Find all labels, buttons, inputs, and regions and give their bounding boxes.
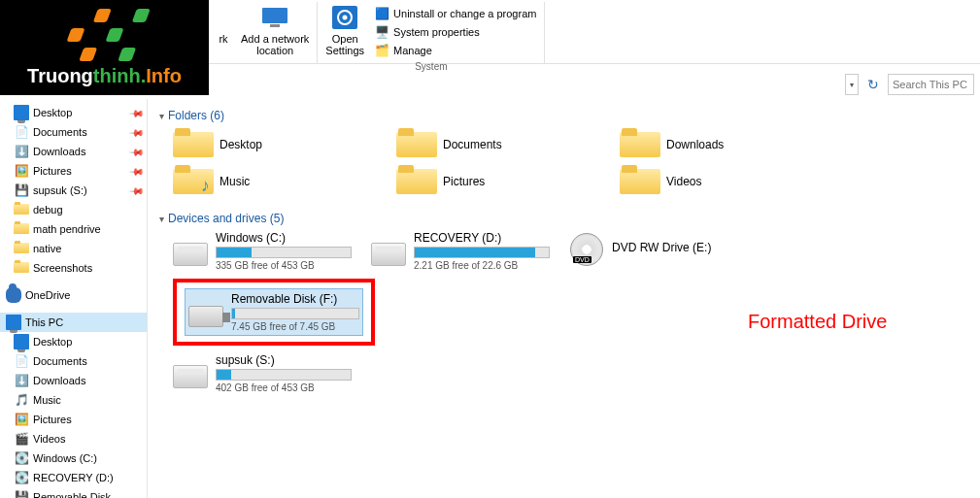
nav-item-tp-windows[interactable]: 💽Windows (C:) bbox=[0, 448, 147, 468]
drive-tile-e[interactable]: DVD DVD RW Drive (E:) bbox=[569, 231, 748, 271]
logo-overlay: Truongthinh.Info bbox=[0, 0, 209, 95]
folder-icon bbox=[620, 128, 660, 161]
drive-tile-d[interactable]: RECOVERY (D:) 2.21 GB free of 22.6 GB bbox=[371, 231, 550, 271]
nav-item-tp-music[interactable]: 🎵Music bbox=[0, 390, 147, 410]
rk-button[interactable]: rk bbox=[214, 2, 233, 47]
logo-dots bbox=[59, 9, 151, 61]
pin-icon: 📌 bbox=[129, 124, 145, 140]
nav-item-desktop[interactable]: Desktop📌 bbox=[0, 103, 147, 122]
drive-name: supsuk (S:) bbox=[216, 353, 352, 367]
label: This PC bbox=[25, 316, 63, 328]
usage-bar bbox=[414, 247, 550, 258]
nav-item-native[interactable]: native bbox=[0, 239, 147, 258]
nav-item-tp-downloads[interactable]: ⬇️Downloads bbox=[0, 371, 147, 390]
drive-free: 7.45 GB free of 7.45 GB bbox=[231, 321, 359, 332]
nav-tree[interactable]: Desktop📌 📄Documents📌 ⬇️Downloads📌 🖼️Pict… bbox=[0, 99, 148, 498]
btn-label: Open bbox=[332, 33, 358, 45]
folder-tile-documents[interactable]: Documents bbox=[396, 128, 571, 161]
pin-icon: 📌 bbox=[129, 163, 145, 179]
nav-item-debug[interactable]: debug bbox=[0, 200, 147, 219]
drive-icon bbox=[173, 353, 208, 388]
drive-free: 2.21 GB free of 22.6 GB bbox=[414, 260, 550, 271]
address-dropdown[interactable]: ▾ bbox=[845, 74, 859, 95]
music-icon: 🎵 bbox=[14, 392, 29, 408]
nav-item-supsuk[interactable]: 💾supsuk (S:)📌 bbox=[0, 181, 147, 200]
chevron-down-icon: ▾ bbox=[159, 111, 164, 121]
folder-icon bbox=[396, 128, 437, 161]
label: Downloads bbox=[666, 138, 724, 151]
folder-icon bbox=[14, 202, 29, 217]
usb-icon: 💾 bbox=[14, 183, 29, 198]
folder-tile-desktop[interactable]: Desktop bbox=[173, 128, 348, 161]
nav-item-tp-removable[interactable]: 💾Removable Disk bbox=[0, 487, 147, 498]
downloads-icon: ⬇️ bbox=[14, 144, 29, 159]
nav-item-tp-desktop[interactable]: Desktop bbox=[0, 332, 147, 351]
nav-item-this-pc[interactable]: This PC bbox=[0, 313, 147, 332]
open-settings-button[interactable]: Open Settings bbox=[323, 2, 366, 58]
nav-item-pictures[interactable]: 🖼️Pictures📌 bbox=[0, 161, 147, 181]
label: Desktop bbox=[33, 336, 72, 348]
label: System properties bbox=[393, 26, 480, 38]
manage-button[interactable]: 🗂️ Manage bbox=[372, 42, 538, 59]
nav-item-tp-recovery[interactable]: 💽RECOVERY (D:) bbox=[0, 468, 147, 487]
usage-bar bbox=[216, 247, 352, 258]
pc-icon bbox=[6, 315, 21, 330]
cloud-icon bbox=[6, 287, 21, 303]
label: Downloads bbox=[33, 146, 85, 157]
pin-icon: 📌 bbox=[129, 144, 145, 159]
label: Music bbox=[220, 175, 250, 188]
label: Documents bbox=[443, 138, 502, 151]
pictures-icon: 🖼️ bbox=[14, 163, 29, 179]
nav-item-tp-videos[interactable]: 🎬Videos bbox=[0, 429, 147, 448]
gear-icon bbox=[329, 4, 360, 31]
folder-icon bbox=[14, 260, 29, 276]
label: OneDrive bbox=[25, 289, 70, 301]
drive-free: 335 GB free of 453 GB bbox=[216, 260, 352, 271]
drive-tile-f[interactable]: Removable Disk (F:) 7.45 GB free of 7.45… bbox=[185, 288, 363, 336]
usb-drive-icon bbox=[188, 292, 223, 327]
label: math pendrive bbox=[33, 223, 101, 235]
drive-name: Removable Disk (F:) bbox=[231, 292, 359, 306]
label: Devices and drives (5) bbox=[168, 212, 284, 225]
label: Removable Disk bbox=[33, 491, 111, 498]
nav-item-tp-documents[interactable]: 📄Documents bbox=[0, 351, 147, 371]
drive-tile-c[interactable]: Windows (C:) 335 GB free of 453 GB bbox=[173, 231, 352, 271]
label: native bbox=[33, 243, 61, 254]
nav-item-math[interactable]: math pendrive bbox=[0, 219, 147, 239]
folder-tile-downloads[interactable]: Downloads bbox=[620, 128, 794, 161]
drive-icon bbox=[173, 231, 208, 266]
folder-tile-videos[interactable]: Videos bbox=[620, 165, 794, 198]
label: Pictures bbox=[443, 175, 485, 188]
svg-rect-0 bbox=[262, 8, 287, 23]
drive-tile-s[interactable]: supsuk (S:) 402 GB free of 453 GB bbox=[173, 353, 968, 393]
folder-icon bbox=[14, 241, 29, 256]
label: Music bbox=[33, 394, 61, 406]
group-header-folders[interactable]: ▾ Folders (6) bbox=[159, 109, 968, 122]
label: debug bbox=[33, 204, 63, 216]
drive-icon bbox=[371, 231, 406, 266]
folder-tile-pictures[interactable]: Pictures bbox=[396, 165, 571, 198]
nav-item-onedrive[interactable]: OneDrive bbox=[0, 285, 147, 305]
nav-item-tp-pictures[interactable]: 🖼️Pictures bbox=[0, 410, 147, 429]
search-box[interactable] bbox=[888, 74, 974, 95]
label: Pictures bbox=[33, 414, 72, 425]
folder-icon: ♪ bbox=[173, 165, 214, 198]
search-input[interactable] bbox=[893, 79, 969, 90]
label: Pictures bbox=[33, 165, 72, 177]
downloads-icon: ⬇️ bbox=[14, 373, 29, 388]
refresh-button[interactable]: ↻ bbox=[862, 74, 884, 95]
folder-tile-music[interactable]: ♪Music bbox=[173, 165, 348, 198]
system-properties-button[interactable]: 🖥️ System properties bbox=[372, 23, 538, 41]
nav-item-documents[interactable]: 📄Documents📌 bbox=[0, 122, 147, 142]
pin-icon: 📌 bbox=[129, 183, 145, 198]
highlight-box: Removable Disk (F:) 7.45 GB free of 7.45… bbox=[173, 279, 375, 346]
label: Manage bbox=[393, 45, 432, 56]
folder-icon bbox=[620, 165, 660, 198]
nav-item-downloads[interactable]: ⬇️Downloads📌 bbox=[0, 142, 147, 161]
uninstall-program-button[interactable]: 🟦 Uninstall or change a program bbox=[372, 5, 538, 22]
group-header-drives[interactable]: ▾ Devices and drives (5) bbox=[159, 212, 968, 225]
nav-item-screenshots[interactable]: Screenshots bbox=[0, 258, 147, 278]
folder-icon bbox=[14, 221, 29, 237]
add-network-location-button[interactable]: Add a network location bbox=[239, 2, 311, 58]
label: Screenshots bbox=[33, 262, 92, 274]
